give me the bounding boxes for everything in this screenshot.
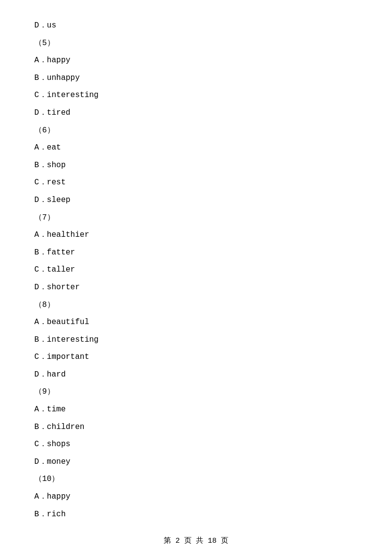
answer-option: A．happy [34,54,358,67]
question-number: （10） [34,473,358,486]
answer-option: A．time [34,404,358,416]
answer-option: C．important [34,351,358,364]
answer-option: B．interesting [34,334,358,347]
answer-option: D．us [34,20,358,32]
answer-option: C．interesting [34,89,358,102]
answer-option: D．sleep [34,194,358,207]
answer-option: B．fatter [34,247,358,259]
answer-option: B．shop [34,159,358,172]
question-number: （5） [34,37,358,50]
answer-option: A．healthier [34,229,358,242]
answer-option: C．shops [34,438,358,451]
answer-option: B．rich [34,508,358,521]
answer-option: D．money [34,456,358,469]
question-number: （9） [34,386,358,399]
question-number: （6） [34,125,358,137]
question-number: （8） [34,299,358,312]
answer-option: B．unhappy [34,72,358,85]
answer-option: B．children [34,421,358,434]
page-footer: 第 2 页 共 18 页 [0,536,392,545]
question-number: （7） [34,212,358,225]
answer-option: D．tired [34,107,358,120]
answer-option: D．shorter [34,281,358,294]
answer-option: A．beautiful [34,316,358,329]
answer-option: D．hard [34,369,358,381]
answer-option: C．taller [34,264,358,277]
answer-option: A．eat [34,142,358,154]
answer-option: A．happy [34,491,358,504]
page-content: D．us（5）A．happyB．unhappyC．interestingD．ti… [0,0,392,555]
answer-option: C．rest [34,177,358,189]
